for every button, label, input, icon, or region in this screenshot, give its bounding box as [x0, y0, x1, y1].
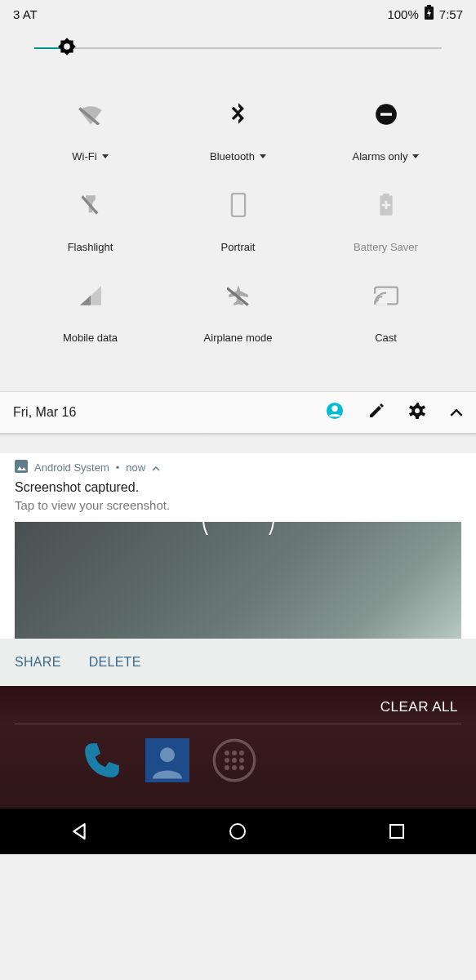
- home-button[interactable]: [213, 818, 262, 844]
- qs-tile-mobile-data[interactable]: Mobile data: [16, 268, 164, 359]
- quick-settings-grid: Wi-Fi Bluetooth Alarms only Flashlight P…: [0, 62, 476, 391]
- dock: [82, 738, 256, 786]
- notification-preview[interactable]: [15, 522, 461, 639]
- svg-rect-4: [380, 113, 392, 116]
- chevron-down-icon[interactable]: [412, 154, 419, 158]
- gear-icon[interactable]: [409, 403, 425, 422]
- status-bar: 3 AT 100% 7:57: [0, 0, 476, 28]
- svg-rect-16: [15, 460, 28, 473]
- phone-app-icon[interactable]: [82, 740, 122, 784]
- chevron-down-icon[interactable]: [102, 154, 109, 158]
- svg-point-29: [230, 824, 245, 839]
- portrait-icon: [230, 192, 247, 218]
- qs-tile-airplane-mode[interactable]: Airplane mode: [164, 268, 312, 359]
- brightness-slider[interactable]: [34, 41, 442, 56]
- shadow: [0, 433, 476, 437]
- divider: [15, 724, 461, 724]
- qs-footer: Fri, Mar 16: [0, 391, 476, 433]
- bluetooth-icon: [231, 101, 246, 127]
- svg-point-2: [64, 43, 70, 50]
- notification-screenshot[interactable]: Android System • now Screenshot captured…: [0, 453, 476, 639]
- svg-rect-9: [381, 204, 389, 207]
- user-icon[interactable]: [326, 402, 344, 423]
- photo-icon: [15, 460, 28, 475]
- battery-percent: 100%: [387, 7, 418, 21]
- flashlight-off-icon: [82, 192, 100, 218]
- qs-tile-dnd[interactable]: Alarms only: [312, 87, 460, 177]
- clear-all-button[interactable]: CLEAR ALL: [380, 699, 458, 715]
- svg-point-27: [232, 765, 237, 770]
- clock-text: 7:57: [439, 7, 463, 21]
- battery-charging-icon: [424, 5, 434, 23]
- svg-point-24: [232, 758, 237, 763]
- svg-point-14: [331, 406, 337, 412]
- notification-time: now: [126, 461, 145, 474]
- svg-rect-7: [383, 194, 389, 197]
- svg-point-26: [225, 765, 229, 770]
- signal-icon: [80, 283, 101, 309]
- svg-point-23: [225, 758, 229, 763]
- navigation-bar: [0, 808, 476, 854]
- svg-point-22: [239, 751, 244, 755]
- svg-point-25: [239, 758, 244, 763]
- svg-point-15: [415, 408, 420, 413]
- svg-rect-30: [390, 825, 403, 838]
- dnd-icon: [375, 101, 398, 127]
- qs-tile-wifi[interactable]: Wi-Fi: [16, 87, 164, 177]
- battery-saver-icon: [379, 192, 394, 218]
- app-drawer-icon[interactable]: [212, 738, 256, 786]
- svg-point-28: [239, 765, 244, 770]
- notification-actions: SHARE DELETE: [0, 639, 476, 686]
- notification-subtitle: Tap to view your screenshot.: [15, 498, 461, 522]
- contacts-app-icon[interactable]: [145, 738, 189, 786]
- qs-tile-bluetooth[interactable]: Bluetooth: [164, 87, 312, 177]
- notification-header: Android System • now: [15, 460, 461, 480]
- homescreen-backdrop: CLEAR ALL: [0, 686, 476, 808]
- airplane-off-icon: [227, 283, 250, 309]
- qs-tile-flashlight[interactable]: Flashlight: [16, 177, 164, 268]
- notification-app: Android System: [34, 461, 109, 474]
- share-button[interactable]: SHARE: [15, 655, 61, 670]
- carrier-text: 3 AT: [13, 7, 38, 21]
- notification-title: Screenshot captured.: [15, 480, 461, 498]
- edit-icon[interactable]: [368, 403, 385, 422]
- back-button[interactable]: [55, 818, 104, 844]
- qs-tile-cast[interactable]: Cast: [312, 268, 460, 359]
- cast-icon: [374, 283, 398, 309]
- svg-rect-1: [427, 5, 431, 7]
- qs-tile-portrait[interactable]: Portrait: [164, 177, 312, 268]
- svg-rect-5: [231, 194, 244, 216]
- brightness-thumb-icon[interactable]: [56, 36, 78, 60]
- wifi-off-icon: [78, 101, 103, 127]
- delete-button[interactable]: DELETE: [89, 655, 141, 670]
- svg-point-18: [160, 747, 175, 762]
- recents-button[interactable]: [372, 818, 421, 844]
- qs-tile-battery-saver[interactable]: Battery Saver: [312, 177, 460, 268]
- status-right: 100% 7:57: [387, 5, 463, 23]
- chevron-up-icon[interactable]: [450, 405, 463, 420]
- svg-point-21: [232, 751, 237, 755]
- collapse-icon[interactable]: [152, 461, 160, 474]
- footer-date: Fri, Mar 16: [13, 405, 76, 420]
- chevron-down-icon[interactable]: [260, 154, 266, 158]
- svg-point-20: [225, 751, 229, 755]
